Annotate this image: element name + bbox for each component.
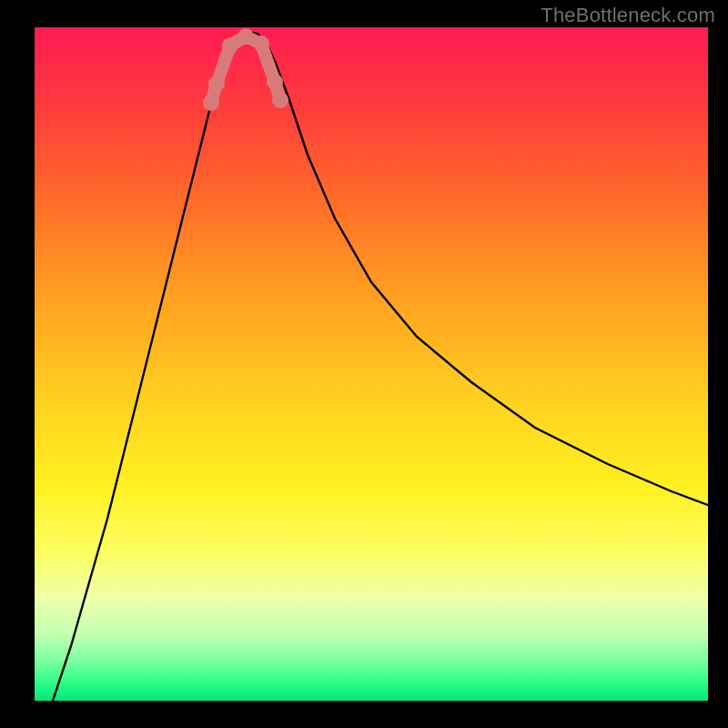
marker-dot	[203, 95, 219, 111]
marker-dot	[238, 28, 254, 45]
plot-area	[35, 27, 708, 701]
marker-dot	[208, 76, 225, 92]
marker-dot	[267, 74, 283, 90]
watermark-text: TheBottleneck.com	[541, 4, 715, 27]
chart-frame: TheBottleneck.com	[0, 0, 728, 728]
curve-markers	[203, 28, 288, 111]
marker-connector	[211, 36, 280, 103]
chart-svg	[35, 27, 708, 701]
marker-dot	[272, 92, 288, 108]
marker-dot	[222, 37, 238, 54]
bottleneck-curve	[53, 32, 708, 701]
marker-dot	[253, 35, 269, 52]
